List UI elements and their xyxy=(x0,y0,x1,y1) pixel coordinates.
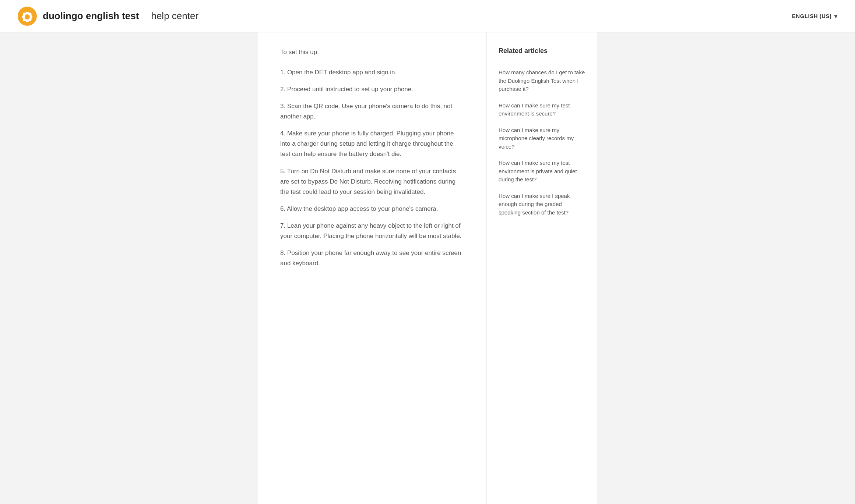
header-title: duolingo english test help center xyxy=(43,10,198,22)
content-outer: To set this up: 1. Open the DET desktop … xyxy=(207,32,648,504)
related-item-2: How can I make sure my test environment … xyxy=(499,102,585,118)
related-articles-list: How many chances do I get to take the Du… xyxy=(499,68,585,217)
sidebar-left-spacer xyxy=(207,32,258,504)
related-link-5[interactable]: How can I make sure I speak enough durin… xyxy=(499,193,570,216)
main-content: To set this up: 1. Open the DET desktop … xyxy=(258,32,486,504)
related-link-1[interactable]: How many chances do I get to take the Du… xyxy=(499,69,585,92)
step-item-5: 5. Turn on Do Not Disturb and make sure … xyxy=(280,166,464,197)
related-link-2[interactable]: How can I make sure my test environment … xyxy=(499,102,570,117)
language-label: ENGLISH (US) xyxy=(792,13,832,19)
intro-text: To set this up: xyxy=(280,47,464,57)
header-logo-area: duolingo english test help center xyxy=(18,7,198,26)
related-item-3: How can I make sure my microphone clearl… xyxy=(499,126,585,151)
related-item-1: How many chances do I get to take the Du… xyxy=(499,68,585,93)
step-item-6: 6. Allow the desktop app access to your … xyxy=(280,204,464,214)
related-divider xyxy=(499,61,585,61)
svg-point-1 xyxy=(25,14,30,19)
step-item-2: 2. Proceed until instructed to set up yo… xyxy=(280,84,464,95)
step-item-3: 3. Scan the QR code. Use your phone's ca… xyxy=(280,101,464,122)
sidebar-right-spacer xyxy=(597,32,648,504)
brand-duolingo: duolingo english test xyxy=(43,10,139,21)
header-divider xyxy=(145,11,145,22)
step-item-8: 8. Position your phone far enough away t… xyxy=(280,248,464,269)
steps-list: 1. Open the DET desktop app and sign in.… xyxy=(280,67,464,269)
related-sidebar: Related articles How many chances do I g… xyxy=(486,32,597,504)
page-wrapper: To set this up: 1. Open the DET desktop … xyxy=(0,32,855,504)
duolingo-logo-icon xyxy=(18,7,37,26)
site-header: duolingo english test help center ENGLIS… xyxy=(0,0,855,32)
step-item-4: 4. Make sure your phone is fully charged… xyxy=(280,128,464,159)
step-item-7: 7. Lean your phone against any heavy obj… xyxy=(280,221,464,241)
brand-name: duolingo english test xyxy=(43,10,139,22)
chevron-down-icon: ▾ xyxy=(834,12,838,20)
related-item-4: How can I make sure my test environment … xyxy=(499,159,585,184)
step-item-1: 1. Open the DET desktop app and sign in. xyxy=(280,67,464,78)
related-item-5: How can I make sure I speak enough durin… xyxy=(499,192,585,217)
related-articles-title: Related articles xyxy=(499,47,585,55)
related-link-3[interactable]: How can I make sure my microphone clearl… xyxy=(499,127,574,150)
help-center-label: help center xyxy=(151,10,198,22)
related-link-4[interactable]: How can I make sure my test environment … xyxy=(499,160,577,182)
language-selector[interactable]: ENGLISH (US) ▾ xyxy=(792,12,837,20)
